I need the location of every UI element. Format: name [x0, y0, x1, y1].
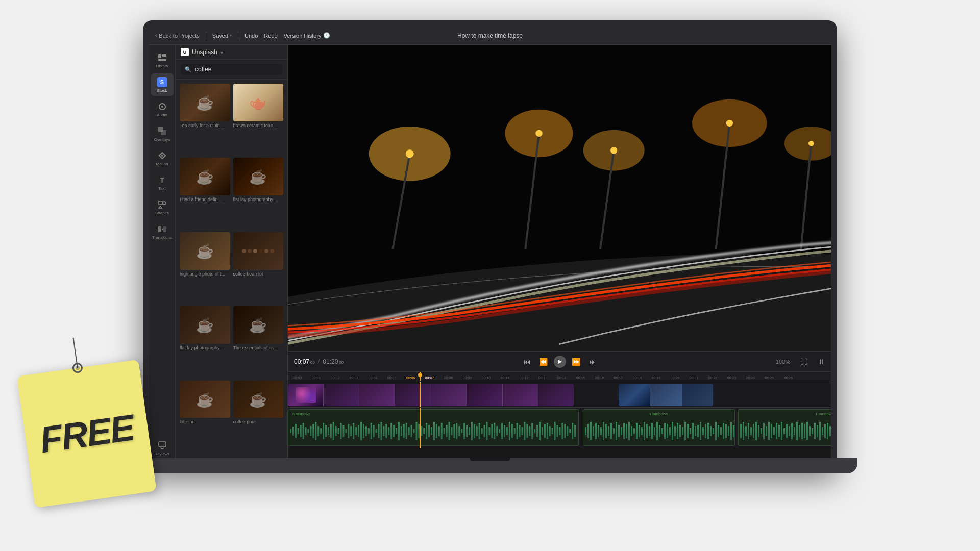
coffee-icon-7: ☕ — [196, 317, 214, 334]
sidebar-item-transitions[interactable]: Transitions — [151, 220, 174, 243]
skip-back-button[interactable]: ⏮ — [521, 356, 533, 368]
svg-rect-223 — [791, 423, 793, 439]
sidebar-item-audio[interactable]: Audio — [151, 98, 174, 120]
svg-rect-224 — [794, 427, 795, 435]
svg-rect-103 — [476, 426, 478, 436]
svg-rect-178 — [674, 426, 676, 436]
rewind-button[interactable]: ⏪ — [537, 356, 550, 368]
sidebar-item-shapes[interactable]: Shapes — [151, 196, 174, 218]
audio-clip-2[interactable]: Rainbows — [583, 409, 735, 446]
saved-button[interactable]: Saved ▾ — [212, 33, 232, 39]
library-label: Library — [156, 64, 168, 68]
svg-point-4 — [161, 106, 163, 108]
thumbnail-5[interactable]: ☕ — [180, 232, 230, 270]
list-item[interactable]: ☕ coffee pour — [233, 381, 284, 452]
timeline-tracks: Rainbows — [288, 382, 831, 463]
thumbnail-8[interactable]: ☕ — [233, 306, 284, 344]
video-background — [288, 45, 831, 351]
sidebar-item-library[interactable]: Library — [151, 49, 174, 71]
svg-point-25 — [535, 130, 542, 137]
list-item[interactable]: ☕ Too early for a Guin... — [180, 84, 230, 155]
sidebar-item-overlays[interactable]: Overlays — [151, 122, 174, 145]
version-history-button[interactable]: Version History 🕐 — [284, 32, 330, 39]
svg-rect-51 — [345, 429, 347, 433]
top-bar-left: ‹ Back to Projects Saved ▾ Undo Redo — [155, 32, 330, 40]
search-input[interactable] — [195, 66, 278, 73]
record-button[interactable]: ⏸ — [818, 358, 825, 366]
svg-rect-34 — [303, 423, 304, 439]
svg-rect-186 — [695, 426, 696, 436]
svg-rect-84 — [428, 425, 430, 437]
svg-rect-109 — [491, 424, 493, 438]
sidebar-item-text[interactable]: T Text — [151, 171, 174, 194]
fullscreen-button[interactable]: ⛶ — [800, 358, 807, 366]
thumbnail-4[interactable]: ☕ — [233, 158, 284, 195]
separator2 — [238, 32, 238, 40]
audio-label-3: Rainbows — [816, 412, 831, 416]
thumbnail-9[interactable]: ☕ — [180, 381, 230, 418]
redo-button[interactable]: Redo — [264, 33, 277, 39]
image-label-1: Too early for a Guin... — [180, 123, 230, 128]
audio-clip-1[interactable]: Rainbows — [288, 409, 579, 446]
main-area: Library S Stock Audio — [149, 45, 831, 463]
thumbnail-6[interactable] — [233, 232, 284, 270]
video-area: 00:07 00 / 01:20 00 ⏮ ⏪ ▶ ⏩ ⏭ — [288, 45, 831, 463]
list-item[interactable]: ☕ The essentials of a ... — [233, 306, 284, 377]
undo-button[interactable]: Undo — [244, 33, 258, 39]
app-container: ‹ Back to Projects Saved ▾ Undo Redo — [149, 27, 831, 463]
back-button[interactable]: ‹ Back to Projects — [155, 33, 200, 39]
thumbnail-3[interactable]: ☕ — [180, 158, 230, 195]
svg-rect-168 — [649, 426, 650, 436]
unsplash-dropdown-icon: ▾ — [220, 49, 223, 55]
svg-rect-198 — [725, 424, 727, 438]
zoom-level: 100% — [776, 359, 790, 365]
audio-clip-3[interactable]: Rainbows — [738, 409, 831, 446]
svg-rect-219 — [781, 422, 782, 440]
playback-controls: ⏮ ⏪ ▶ ⏩ ⏭ — [350, 356, 770, 368]
svg-rect-175 — [667, 424, 668, 438]
thumbnail-1[interactable]: ☕ — [180, 84, 230, 121]
svg-rect-60 — [368, 428, 370, 434]
skip-forward-button[interactable]: ⏭ — [586, 356, 599, 368]
thumbnail-10[interactable]: ☕ — [233, 381, 284, 418]
sidebar-item-stock[interactable]: S Stock — [151, 73, 174, 96]
svg-rect-40 — [317, 426, 319, 436]
svg-rect-63 — [376, 429, 377, 433]
list-item[interactable]: ☕ flat lay photography ... — [180, 306, 230, 377]
svg-rect-164 — [639, 425, 640, 437]
video-clip-2[interactable] — [619, 384, 713, 406]
list-item[interactable]: 🫖 brown ceramic teac... — [233, 84, 284, 155]
list-item[interactable]: ☕ I had a friend defini... — [180, 158, 230, 229]
svg-rect-230 — [809, 426, 811, 436]
tag-string-holder — [68, 337, 84, 373]
list-item[interactable]: ☕ latte art — [180, 381, 230, 452]
svg-rect-108 — [488, 427, 490, 435]
forward-button[interactable]: ⏩ — [570, 356, 582, 368]
text-icon: T — [157, 175, 167, 185]
svg-rect-192 — [710, 426, 712, 436]
svg-rect-64 — [378, 424, 380, 438]
unsplash-header[interactable]: U Unsplash ▾ — [176, 45, 287, 60]
thumbnail-2[interactable]: 🫖 — [233, 84, 284, 121]
list-item[interactable]: ☕ flat lay photography ... — [233, 158, 284, 229]
search-input-wrap[interactable]: 🔍 — [181, 64, 282, 75]
video-clip-1[interactable] — [288, 384, 574, 406]
play-button[interactable]: ▶ — [554, 356, 566, 368]
svg-rect-203 — [740, 424, 742, 438]
laptop-screen: ‹ Back to Projects Saved ▾ Undo Redo — [149, 27, 831, 463]
svg-rect-65 — [380, 422, 382, 440]
svg-rect-43 — [325, 425, 327, 437]
list-item[interactable]: coffee bean lot — [233, 232, 284, 303]
svg-rect-185 — [692, 423, 694, 439]
svg-rect-37 — [310, 426, 311, 436]
svg-point-24 — [406, 149, 414, 158]
image-label-2: brown ceramic teac... — [233, 123, 284, 128]
sidebar-item-motion[interactable]: Motion — [151, 147, 174, 169]
svg-rect-211 — [761, 428, 762, 434]
thumbnail-7[interactable]: ☕ — [180, 306, 230, 344]
timeline-ruler: 00:00 00:01 00:02 00:03 00:04 00:05 00:0… — [288, 372, 831, 382]
list-item[interactable]: ☕ high angle photo of t... — [180, 232, 230, 303]
svg-rect-2 — [158, 59, 166, 61]
svg-rect-179 — [677, 423, 678, 439]
svg-rect-100 — [469, 427, 470, 435]
